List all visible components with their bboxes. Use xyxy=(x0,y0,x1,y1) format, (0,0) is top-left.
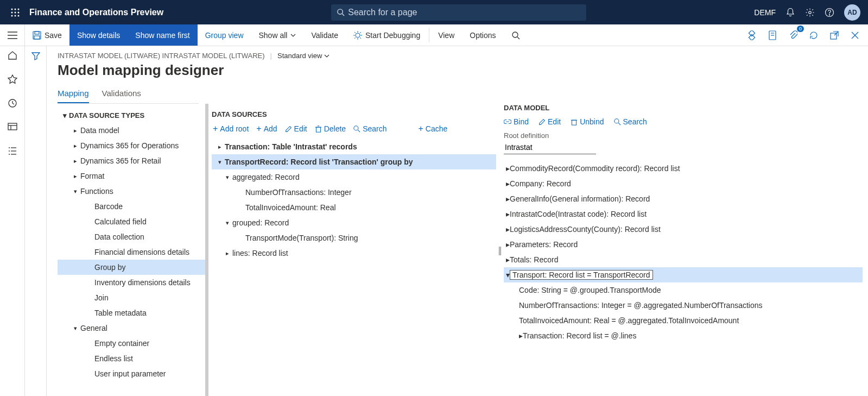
data-source-item[interactable]: ▸Transaction: Table 'Intrastat' records xyxy=(212,139,496,154)
data-source-type-item[interactable]: ▾General xyxy=(58,320,205,336)
cache-button[interactable]: +Cache xyxy=(419,124,448,134)
modules-icon[interactable] xyxy=(8,146,17,158)
workspace-icon[interactable] xyxy=(8,122,17,134)
data-source-item[interactable]: TransportMode(Transport): String xyxy=(212,230,496,246)
data-source-type-item[interactable]: Join xyxy=(58,290,205,305)
data-model-item[interactable]: ▸Parameters: Record xyxy=(504,237,863,252)
popout-icon[interactable] xyxy=(827,28,842,43)
caret-right-icon[interactable]: ▸ xyxy=(71,142,80,149)
data-model-item[interactable]: ▾Transport: Record list = TransportRecor… xyxy=(504,267,863,282)
caret-down-icon[interactable]: ▾ xyxy=(71,325,80,332)
data-source-item[interactable]: ▸lines: Record list xyxy=(212,246,496,261)
validate-button[interactable]: Validate xyxy=(303,24,346,46)
caret-down-icon[interactable]: ▾ xyxy=(223,219,232,227)
caret-right-icon[interactable]: ▸ xyxy=(223,250,232,257)
data-model-item[interactable]: ▸Company: Record xyxy=(504,176,863,191)
caret-right-icon[interactable]: ▸ xyxy=(506,194,510,203)
refresh-icon[interactable] xyxy=(806,28,821,43)
data-model-item[interactable]: ▸Totals: Record xyxy=(504,252,863,267)
data-source-type-item[interactable]: Empty container xyxy=(58,336,205,351)
save-button[interactable]: Save xyxy=(25,24,69,46)
search-input[interactable]: Search for a page xyxy=(331,4,586,21)
unbind-button[interactable]: Unbind xyxy=(571,117,604,126)
diamond-icon[interactable] xyxy=(744,28,759,43)
dm-edit-button[interactable]: Edit xyxy=(538,117,561,126)
data-source-type-item[interactable]: Data collection xyxy=(58,229,205,244)
data-model-item[interactable]: NumberOfTransactions: Integer = @.aggreg… xyxy=(504,298,863,313)
data-source-type-item[interactable]: ▸Data model xyxy=(58,123,205,138)
data-source-item[interactable]: NumberOfTransactions: Integer xyxy=(212,185,496,200)
app-launcher-icon[interactable] xyxy=(4,8,26,17)
attachment-icon[interactable]: 0 xyxy=(785,28,801,43)
caret-right-icon[interactable]: ▸ xyxy=(71,158,80,165)
data-source-type-item[interactable]: Calculated field xyxy=(58,214,205,229)
home-icon[interactable] xyxy=(8,51,17,62)
data-source-type-item[interactable]: Endless list xyxy=(58,351,205,366)
caret-right-icon[interactable]: ▸ xyxy=(506,210,510,218)
data-model-item[interactable]: ▸CommodityRecord(Commodity record): Reco… xyxy=(504,161,863,176)
start-debugging-button[interactable]: Start Debugging xyxy=(346,24,428,46)
view-button[interactable]: View xyxy=(430,24,462,46)
show-name-first-button[interactable]: Show name first xyxy=(128,24,197,46)
help-icon[interactable] xyxy=(825,8,834,17)
caret-down-icon[interactable]: ▾ xyxy=(71,188,80,195)
data-source-item[interactable]: ▾grouped: Record xyxy=(212,215,496,230)
caret-right-icon[interactable]: ▸ xyxy=(506,225,510,234)
data-model-item[interactable]: Code: String = @.grouped.TransportMode xyxy=(504,282,863,298)
document-icon[interactable] xyxy=(765,28,780,43)
filter-icon[interactable] xyxy=(31,52,40,396)
caret-right-icon[interactable]: ▸ xyxy=(506,179,510,188)
tab-mapping[interactable]: Mapping xyxy=(58,89,89,103)
caret-right-icon[interactable]: ▸ xyxy=(71,173,80,180)
search-button[interactable]: Search xyxy=(353,124,387,134)
add-root-button[interactable]: +Add root xyxy=(213,124,249,134)
caret-down-icon[interactable]: ▾ xyxy=(215,159,225,166)
caret-right-icon[interactable]: ▸ xyxy=(215,143,225,150)
caret-right-icon[interactable]: ▸ xyxy=(506,255,510,264)
options-button[interactable]: Options xyxy=(462,24,503,46)
data-source-type-item[interactable]: User input parameter xyxy=(58,366,205,381)
caret-right-icon[interactable]: ▸ xyxy=(71,127,80,134)
edit-button[interactable]: Edit xyxy=(285,124,307,134)
data-model-item[interactable]: TotalInvoicedAmount: Real = @.aggregated… xyxy=(504,313,863,328)
star-icon[interactable] xyxy=(8,74,17,86)
data-source-type-item[interactable]: ▸Dynamics 365 for Retail xyxy=(58,153,205,168)
dm-search-button[interactable]: Search xyxy=(614,117,647,126)
cmd-search-icon[interactable] xyxy=(504,24,528,46)
bind-button[interactable]: Bind xyxy=(504,117,529,126)
data-source-item[interactable]: ▾TransportRecord: Record list 'Transacti… xyxy=(212,154,496,169)
data-model-item[interactable]: ▸GeneralInfo(General information): Recor… xyxy=(504,191,863,206)
show-all-button[interactable]: Show all xyxy=(251,24,304,46)
data-source-type-item[interactable]: Financial dimensions details xyxy=(58,244,205,260)
caret-down-icon[interactable]: ▾ xyxy=(506,271,510,279)
data-source-item[interactable]: TotalInvoicedAmount: Real xyxy=(212,200,496,215)
data-source-types-header[interactable]: ▾DATA SOURCE TYPES xyxy=(58,107,205,123)
data-model-item[interactable]: ▸LogisticsAddressCounty(County): Record … xyxy=(504,222,863,237)
data-source-type-item[interactable]: ▸Dynamics 365 for Operations xyxy=(58,138,205,153)
data-model-item[interactable]: ▸Transaction: Record list = @.lines xyxy=(504,328,863,343)
data-source-type-item[interactable]: Inventory dimensions details xyxy=(58,275,205,290)
gear-icon[interactable] xyxy=(805,8,815,17)
splitter[interactable]: ‖ xyxy=(496,104,504,396)
delete-button[interactable]: Delete xyxy=(315,124,346,134)
add-button[interactable]: +Add xyxy=(256,124,277,134)
data-source-type-item[interactable]: ▸Format xyxy=(58,168,205,184)
data-source-item[interactable]: ▾aggregated: Record xyxy=(212,169,496,185)
close-icon[interactable] xyxy=(847,28,863,43)
group-view-button[interactable]: Group view xyxy=(198,24,251,46)
caret-right-icon[interactable]: ▸ xyxy=(506,164,510,173)
tab-validations[interactable]: Validations xyxy=(102,89,141,103)
caret-right-icon[interactable]: ▸ xyxy=(519,331,523,340)
data-source-type-item[interactable]: ▾Functions xyxy=(58,184,205,199)
caret-down-icon[interactable]: ▾ xyxy=(223,174,232,181)
nav-collapse-button[interactable] xyxy=(0,24,25,46)
caret-right-icon[interactable]: ▸ xyxy=(506,240,510,249)
data-source-type-item[interactable]: Table metadata xyxy=(58,305,205,320)
view-selector[interactable]: Standard view xyxy=(277,52,330,60)
data-source-type-item[interactable]: Barcode xyxy=(58,199,205,214)
recent-icon[interactable] xyxy=(8,98,17,110)
data-model-item[interactable]: ▸IntrastatCode(Intrastat code): Record l… xyxy=(504,206,863,222)
company-label[interactable]: DEMF xyxy=(754,8,776,17)
root-definition-input[interactable] xyxy=(504,141,596,154)
data-source-type-item[interactable]: Group by xyxy=(58,260,205,275)
